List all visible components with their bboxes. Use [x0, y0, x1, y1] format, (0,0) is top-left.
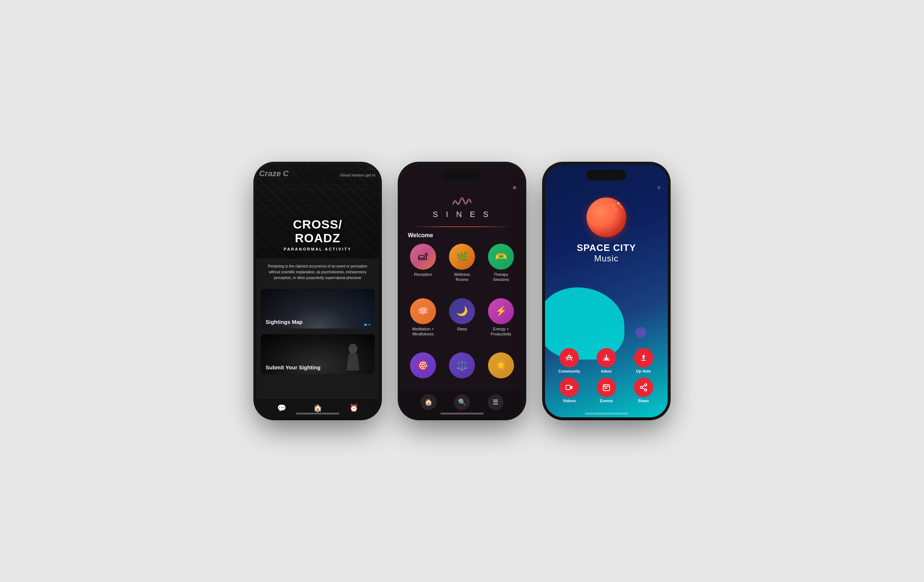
phone-spacecity: ≡ SPACE CITY Music	[545, 165, 668, 417]
reception-label: Reception	[414, 272, 432, 277]
svg-line-10	[613, 205, 616, 210]
crossroadz-title: CROSS/ ROADZ	[260, 218, 375, 245]
phone-sines: ≡ S I N E S Welcome 🛋 Reception	[401, 165, 523, 417]
circle7-cell[interactable]: 🎯	[406, 352, 440, 391]
therapy-cell[interactable]: 🫶 TherapySessions	[484, 244, 518, 293]
purple-dot	[635, 327, 646, 338]
nav-chat-icon[interactable]: 💬	[277, 403, 287, 413]
nav-home-icon[interactable]: 🏠	[313, 403, 323, 413]
wellness-icon: 🌿	[449, 244, 475, 270]
home-indicator-2	[441, 413, 483, 415]
svg-point-18	[569, 355, 569, 355]
svg-point-16	[566, 357, 568, 359]
svg-rect-22	[566, 385, 570, 390]
inbox-label: Inbox	[601, 369, 611, 373]
sleep-label: Sleep	[457, 326, 467, 331]
share-label: Share	[638, 398, 649, 403]
welcome-heading: Welcome	[401, 232, 523, 244]
bottom-nav-1: 💬 🏠 ⏰	[256, 398, 379, 417]
spacecity-buttons: Community Inbox	[545, 348, 668, 403]
svg-line-33	[642, 388, 645, 389]
upvote-icon	[634, 348, 653, 367]
energy-icon: ⚡	[488, 298, 514, 324]
circle9-cell[interactable]: ☀️	[484, 352, 518, 391]
home-indicator-1	[296, 413, 339, 415]
svg-rect-21	[641, 360, 646, 361]
phone-notch-1	[298, 170, 337, 180]
upvote-label: Up Vote	[636, 369, 651, 373]
svg-line-32	[642, 385, 645, 387]
upvote-btn[interactable]: Up Vote	[626, 348, 660, 373]
wellness-cell[interactable]: 🌿 WellnessRooms	[446, 244, 478, 293]
phones-container: Craze C Ghost hunters get in ···	[256, 165, 668, 417]
sleep-icon: 🌙	[449, 298, 475, 324]
meditation-icon: 🪷	[410, 298, 436, 324]
home-indicator-3	[585, 413, 628, 415]
circle9-icon: ☀️	[488, 352, 514, 379]
events-label: Events	[600, 398, 613, 403]
nav-history-icon[interactable]: ⏰	[349, 403, 359, 413]
circle8-cell[interactable]: ⚖️	[446, 352, 478, 391]
therapy-label: TherapySessions	[493, 272, 509, 282]
energy-cell[interactable]: ⚡ Energy +Productivity	[484, 298, 518, 347]
inbox-btn[interactable]: Inbox	[589, 348, 624, 373]
spacecity-main-title: SPACE CITY	[545, 242, 668, 253]
phone-crossroadz: Craze C Ghost hunters get in ···	[256, 165, 379, 417]
paranormal-subtitle: PARANORMAL ACTIVITY	[260, 247, 375, 251]
submit-sighting-card[interactable]: Submit Your Sighting	[261, 334, 375, 374]
events-icon	[597, 378, 616, 397]
svg-point-13	[616, 209, 617, 210]
submit-sighting-label: Submit Your Sighting	[266, 364, 320, 370]
sightings-map-card[interactable]: Sightings Map	[261, 289, 375, 329]
community-btn[interactable]: Community	[552, 348, 587, 373]
svg-rect-28	[606, 388, 607, 389]
services-grid: 🛋 Reception 🌿 WellnessRooms 🫶 TherapySes…	[401, 244, 523, 391]
svg-point-14	[621, 207, 622, 208]
events-btn[interactable]: Events	[589, 378, 624, 403]
meditation-cell[interactable]: 🪷 Meditation +Mindfulness	[406, 298, 440, 347]
menu-icon-spacecity[interactable]: ≡	[657, 185, 661, 191]
paranormal-description: Pertaining to the claimed occurrence of …	[256, 258, 379, 286]
sines-logo-text: S I N E S	[433, 210, 491, 219]
reception-icon: 🛋	[410, 244, 436, 270]
videos-btn[interactable]: Videos	[552, 378, 587, 403]
sleep-cell[interactable]: 🌙 Sleep	[446, 298, 478, 347]
spacecity-title: SPACE CITY Music	[545, 242, 668, 264]
svg-point-7	[349, 344, 357, 354]
svg-point-17	[571, 357, 573, 359]
meditation-label: Meditation +Mindfulness	[412, 326, 434, 337]
wellness-label: WellnessRooms	[454, 272, 470, 282]
svg-rect-27	[605, 388, 606, 389]
sightings-map-label: Sightings Map	[266, 319, 303, 325]
community-icon	[559, 348, 579, 367]
circle7-icon: 🎯	[410, 352, 436, 379]
phone-notch-2	[442, 170, 482, 180]
spacecity-sub-title: Music	[545, 253, 668, 264]
circle8-icon: ⚖️	[449, 352, 475, 379]
therapy-icon: 🫶	[488, 244, 514, 270]
menu-icon-sines[interactable]: ≡	[513, 185, 517, 191]
nav-search-btn-sines[interactable]: 🔍	[454, 394, 470, 410]
wave-icon	[451, 197, 473, 208]
sines-logo: S I N E S	[401, 194, 523, 223]
phone-notch-3	[587, 170, 626, 180]
sines-divider	[411, 227, 513, 227]
videos-icon	[559, 378, 579, 397]
svg-line-11	[619, 203, 621, 207]
nav-menu-btn-sines[interactable]: ☰	[488, 394, 503, 410]
nav-home-btn-sines[interactable]: 🏠	[421, 394, 436, 410]
share-btn[interactable]: Share	[626, 378, 660, 403]
svg-point-12	[613, 205, 614, 206]
svg-line-9	[613, 203, 619, 205]
community-label: Community	[558, 369, 581, 373]
share-icon	[634, 378, 653, 397]
reception-cell[interactable]: 🛋 Reception	[406, 244, 440, 293]
videos-label: Videos	[563, 398, 576, 403]
inbox-icon	[597, 348, 616, 367]
energy-label: Energy +Productivity	[491, 326, 512, 337]
planet-icon	[587, 197, 626, 237]
